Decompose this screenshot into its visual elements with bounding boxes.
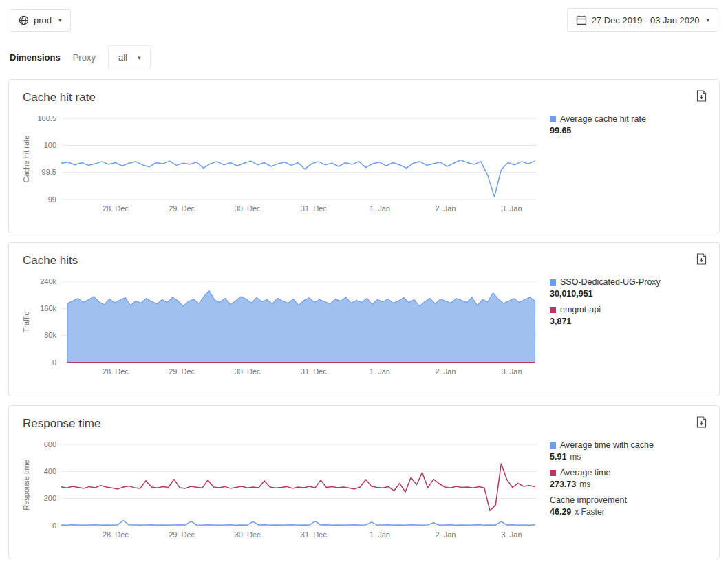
date-range-picker[interactable]: 27 Dec 2019 - 03 Jan 2020 ▾ — [567, 8, 718, 32]
export-report-button[interactable] — [695, 252, 708, 266]
svg-text:3. Jan: 3. Jan — [502, 530, 522, 539]
svg-text:0: 0 — [52, 521, 56, 530]
calendar-icon — [576, 14, 587, 25]
chart-legend: Average cache hit rate 99.65 — [550, 111, 707, 142]
legend-label: Average cache hit rate — [560, 114, 646, 124]
toolbar: prod ▾ 27 Dec 2019 - 03 Jan 2020 ▾ — [0, 0, 728, 32]
response-time-card: Response time 020040060028. Dec29. Dec30… — [8, 405, 720, 559]
export-report-button[interactable] — [695, 89, 708, 103]
legend-swatch — [550, 307, 556, 313]
svg-text:28. Dec: 28. Dec — [103, 204, 129, 213]
svg-text:2. Jan: 2. Jan — [435, 530, 456, 539]
svg-text:160k: 160k — [40, 304, 56, 312]
legend-label: emgmt-api — [560, 305, 601, 314]
legend-label: Average time — [560, 468, 610, 477]
cache-hits-chart: 080k160k240k28. Dec29. Dec30. Dec31. Dec… — [21, 274, 542, 387]
svg-text:30. Dec: 30. Dec — [235, 530, 261, 539]
legend-unit: ms — [579, 480, 590, 489]
chevron-down-icon: ▾ — [58, 17, 62, 23]
legend-value: 30,010,951 — [550, 289, 593, 299]
card-title: Cache hit rate — [23, 91, 707, 105]
svg-text:240k: 240k — [40, 277, 56, 286]
chart-legend: SSO-Dedicated-UG-Proxy 30,010,951 emgmt-… — [550, 274, 707, 332]
svg-text:100.5: 100.5 — [37, 114, 56, 122]
response-time-chart: 020040060028. Dec29. Dec30. Dec31. Dec1.… — [21, 438, 542, 550]
svg-text:29. Dec: 29. Dec — [169, 204, 195, 213]
svg-text:29. Dec: 29. Dec — [169, 530, 195, 539]
svg-text:Response time: Response time — [22, 460, 30, 510]
svg-text:1. Jan: 1. Jan — [370, 204, 390, 213]
svg-text:1. Jan: 1. Jan — [370, 530, 390, 539]
svg-text:80k: 80k — [44, 331, 56, 339]
card-title: Cache hits — [23, 254, 707, 268]
svg-text:28. Dec: 28. Dec — [103, 530, 129, 539]
chevron-down-icon: ▾ — [138, 54, 141, 61]
card-title: Response time — [23, 417, 707, 431]
environment-dropdown[interactable]: prod ▾ — [10, 9, 71, 32]
svg-text:2. Jan: 2. Jan — [435, 367, 456, 376]
legend-swatch — [550, 116, 556, 122]
legend-label: SSO-Dedicated-UG-Proxy — [560, 277, 661, 287]
svg-text:30. Dec: 30. Dec — [235, 367, 261, 376]
proxy-filter-dropdown[interactable]: all ▾ — [108, 45, 151, 69]
cache-hit-rate-chart: 9999.5100100.528. Dec29. Dec30. Dec31. D… — [21, 111, 542, 224]
chevron-down-icon: ▾ — [706, 17, 709, 23]
svg-text:Traffic: Traffic — [22, 312, 30, 332]
svg-text:400: 400 — [44, 467, 56, 475]
legend-value: 5.91 — [550, 452, 566, 462]
legend-swatch — [550, 279, 556, 286]
legend-label: Cache improvement — [550, 495, 627, 505]
globe-icon — [19, 15, 29, 25]
svg-text:28. Dec: 28. Dec — [103, 367, 129, 376]
svg-text:600: 600 — [44, 440, 56, 449]
legend-label: Average time with cache — [560, 440, 654, 450]
dimensions-filter-row: Dimensions Proxy all ▾ — [0, 32, 728, 79]
legend-value: 99.65 — [550, 126, 571, 136]
legend-item: Cache improvement 46.29x Faster — [550, 495, 707, 517]
legend-item: Average time 273.73ms — [550, 468, 707, 489]
svg-text:99: 99 — [48, 195, 56, 204]
chart-legend: Average time with cache 5.91ms Average t… — [550, 438, 707, 523]
legend-swatch — [550, 470, 556, 476]
legend-item: emgmt-api 3,871 — [550, 305, 707, 326]
cache-hit-rate-card: Cache hit rate 9999.5100100.528. Dec29. … — [8, 79, 720, 233]
svg-text:30. Dec: 30. Dec — [235, 204, 261, 213]
svg-text:Cache hit rate: Cache hit rate — [22, 136, 30, 182]
legend-value: 46.29 — [550, 507, 571, 517]
svg-text:2. Jan: 2. Jan — [435, 204, 456, 213]
legend-value: 273.73 — [550, 480, 576, 489]
svg-text:100: 100 — [44, 141, 56, 149]
svg-text:0: 0 — [52, 358, 56, 367]
dimensions-label: Dimensions — [10, 52, 61, 63]
environment-label: prod — [34, 15, 52, 25]
svg-text:31. Dec: 31. Dec — [301, 204, 327, 213]
legend-swatch — [550, 442, 556, 449]
svg-text:99.5: 99.5 — [42, 168, 56, 176]
cache-hits-card: Cache hits 080k160k240k28. Dec29. Dec30.… — [8, 242, 720, 396]
legend-item: Average time with cache 5.91ms — [550, 440, 707, 462]
legend-item: Average cache hit rate 99.65 — [550, 114, 707, 136]
legend-unit: x Faster — [575, 507, 604, 517]
legend-value: 3,871 — [550, 316, 571, 326]
svg-text:200: 200 — [44, 494, 56, 502]
date-range-label: 27 Dec 2019 - 03 Jan 2020 — [592, 15, 700, 25]
legend-item: SSO-Dedicated-UG-Proxy 30,010,951 — [550, 277, 707, 299]
svg-text:29. Dec: 29. Dec — [169, 367, 195, 376]
svg-text:31. Dec: 31. Dec — [301, 530, 327, 539]
svg-text:3. Jan: 3. Jan — [502, 204, 522, 213]
proxy-filter-value: all — [118, 52, 127, 63]
dimension-name-label: Proxy — [73, 52, 96, 63]
export-report-button[interactable] — [695, 416, 708, 429]
svg-text:1. Jan: 1. Jan — [370, 367, 390, 376]
legend-unit: ms — [570, 452, 581, 462]
svg-text:3. Jan: 3. Jan — [502, 367, 522, 376]
svg-text:31. Dec: 31. Dec — [301, 367, 327, 376]
